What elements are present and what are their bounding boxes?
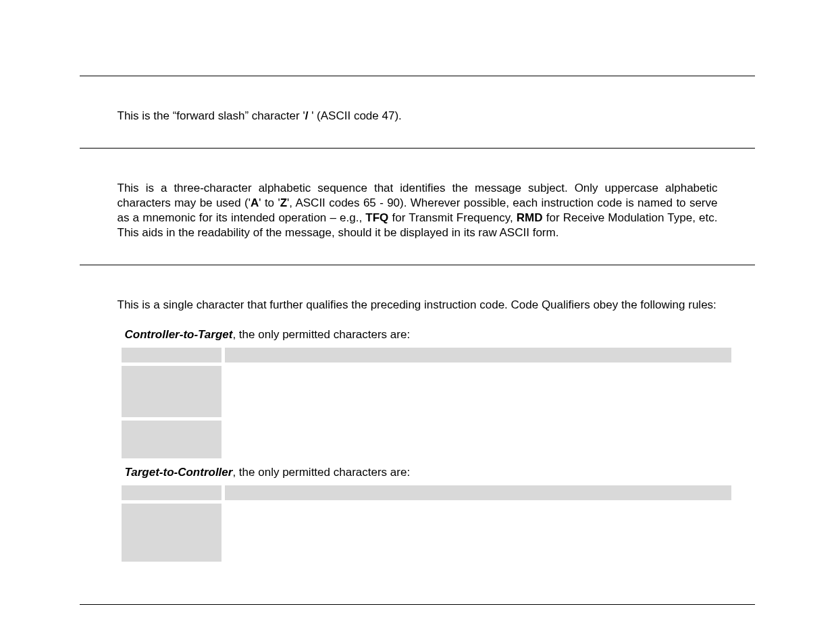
table-cell-code (122, 366, 221, 417)
cq-lead: This is a single character that further … (80, 298, 755, 323)
table-cell-code (122, 348, 221, 363)
table-cell-blank (225, 421, 731, 458)
table-row (122, 485, 731, 500)
fs-post: ' (ASCII code 47). (308, 109, 401, 122)
ic-A: A (251, 196, 259, 209)
table-cell-blank (225, 366, 731, 417)
table-cell-desc (225, 485, 731, 500)
ic-t2: ' to ' (259, 196, 280, 209)
ic-t4: for Transmit Frequency, (388, 211, 516, 224)
table-row (122, 421, 731, 458)
table-cell-code (122, 421, 221, 458)
cq-rule-ttoc: Target-to-Controller, the only permitted… (80, 462, 755, 482)
table-cell-code (122, 485, 221, 500)
section-forward-slash: This is the “forward slash” character '/… (80, 76, 755, 148)
table-row (122, 348, 731, 363)
table-row (122, 366, 731, 417)
fs-pre: This is the “forward slash” character ' (118, 109, 305, 122)
table-cell-blank (225, 504, 731, 562)
cq-table-1 (118, 344, 735, 462)
cq-rule-ctot-bold: Controller-to-Target (125, 328, 233, 341)
table-cell-code (122, 504, 221, 562)
table-cell-desc (225, 348, 731, 363)
cq-rule-ctot-rest: , the only permitted characters are: (232, 328, 410, 341)
cq-rule-ttoc-rest: , the only permitted characters are: (232, 466, 410, 479)
ic-TFQ: TFQ (365, 211, 388, 224)
cq-rule-ctot: Controller-to-Target, the only permitted… (80, 324, 755, 344)
ic-Z: Z (280, 196, 287, 209)
cq-rule-ttoc-bold: Target-to-Controller (125, 466, 233, 479)
divider-bottom (80, 604, 755, 605)
section-code-qualifier: This is a single character that further … (80, 265, 755, 597)
table-row (122, 504, 731, 562)
cq-table-2 (118, 482, 735, 565)
ic-RMD: RMD (517, 211, 543, 224)
section-instruction-code: This is a three-character alphabetic seq… (80, 149, 755, 265)
